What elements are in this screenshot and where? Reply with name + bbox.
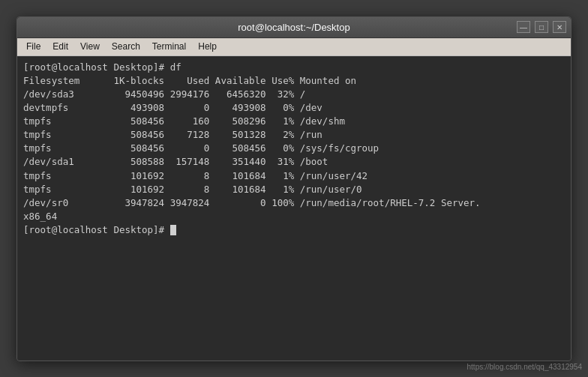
close-button[interactable]: ✕ bbox=[553, 21, 566, 33]
minimize-button[interactable]: — bbox=[517, 21, 530, 33]
terminal-body[interactable]: [root@localhost Desktop]# df Filesystem … bbox=[17, 56, 571, 361]
titlebar: root@localhost:~/Desktop — □ ✕ bbox=[17, 17, 571, 38]
terminal-output: [root@localhost Desktop]# df Filesystem … bbox=[23, 61, 565, 238]
window-controls: — □ ✕ bbox=[517, 21, 566, 33]
menu-search[interactable]: Search bbox=[106, 40, 146, 53]
menu-help[interactable]: Help bbox=[192, 40, 223, 53]
window-title: root@localhost:~/Desktop bbox=[238, 22, 350, 33]
watermark: https://blog.csdn.net/qq_43312954 bbox=[467, 363, 582, 371]
menu-edit[interactable]: Edit bbox=[46, 40, 74, 53]
menubar: File Edit View Search Terminal Help bbox=[17, 38, 571, 56]
terminal-window: root@localhost:~/Desktop — □ ✕ File Edit… bbox=[16, 16, 572, 361]
menu-terminal[interactable]: Terminal bbox=[146, 40, 192, 53]
terminal-cursor bbox=[170, 225, 176, 235]
maximize-button[interactable]: □ bbox=[535, 21, 548, 33]
menu-file[interactable]: File bbox=[20, 40, 46, 53]
menu-view[interactable]: View bbox=[74, 40, 106, 53]
